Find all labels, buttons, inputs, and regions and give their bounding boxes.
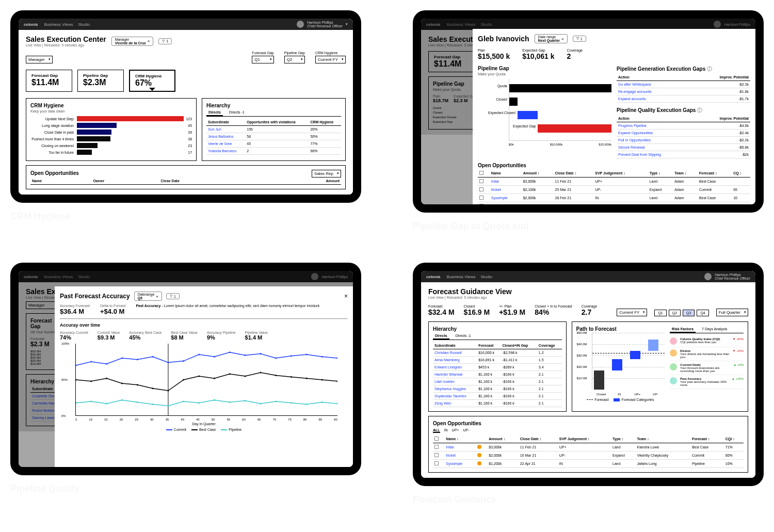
- quarter-button[interactable]: Q4: [697, 310, 708, 316]
- table-row[interactable]: Edward Lindgren$453 k-$289 k3.4: [433, 364, 562, 371]
- close-button[interactable]: ×: [344, 293, 348, 300]
- manager-filter-pill[interactable]: ManagerVicente de la Cruz ×: [111, 37, 154, 46]
- risk-item[interactable]: Celonis Quality Index (CQI)CQI predicts …: [670, 335, 744, 347]
- col-action[interactable]: Action: [617, 74, 688, 81]
- tab-directs[interactable]: Directs: [433, 333, 449, 340]
- checkbox[interactable]: [479, 187, 483, 191]
- open-opps-sort-select[interactable]: Sales Rep: [312, 170, 341, 178]
- table-row[interactable]: Svyatoslav Taushev$1,160 k-$166 k2.1: [433, 393, 562, 400]
- kpi-card[interactable]: CRM Hygiene67%: [129, 70, 175, 92]
- table-row[interactable]: UP Spot$1,890k16 Mar 21UP-LandAdamCommit…: [478, 202, 750, 205]
- quarter-button[interactable]: Q3: [683, 310, 695, 316]
- col-header[interactable]: CQ ↕: [732, 169, 750, 178]
- kpi-card[interactable]: Forecast Gap$11.4M: [26, 70, 72, 92]
- hbar-row[interactable]: Closing on weekend23: [30, 143, 192, 148]
- table-row[interactable]: Go after Whitespace-$2.3k: [617, 81, 750, 88]
- daterange-pill[interactable]: DaterangeQ3×: [134, 292, 162, 301]
- table-row[interactable]: Initar$3,000k11 Feb 21UP+LandKiandra Low…: [433, 443, 744, 452]
- col-header[interactable]: Team ↕: [673, 169, 698, 178]
- full-quarter-select[interactable]: Full Quarter: [716, 309, 748, 316]
- table-row[interactable]: Re-engage accounts-$1.8k: [617, 88, 750, 95]
- nav-business-views[interactable]: Business Views: [44, 22, 73, 27]
- filter-count-pill[interactable]: ▽ 1: [166, 293, 180, 299]
- table-row[interactable]: Pull In Opportunities-$2.2k: [617, 137, 750, 144]
- col-header[interactable]: Amount ↕: [487, 435, 519, 443]
- col-action[interactable]: Action: [617, 115, 696, 122]
- col-close-date[interactable]: Close Date: [159, 178, 262, 185]
- col-header[interactable]: Close Date ↕: [554, 169, 594, 178]
- pipeline-gap-select[interactable]: Q2: [284, 56, 305, 63]
- table-row[interactable]: Syssimple$1,200k22 Apr 21INLandJafaris L…: [433, 460, 744, 468]
- col-header[interactable]: Team ↕: [636, 435, 690, 443]
- tab-7-days[interactable]: 7 Days Analysis: [700, 326, 729, 333]
- table-row[interactable]: tricket$2,000k16 Mar 21UP-ExpandVikentiy…: [433, 452, 744, 460]
- checkbox[interactable]: [434, 445, 439, 449]
- col-header[interactable]: Close Date ↕: [519, 435, 558, 443]
- checkbox[interactable]: [479, 196, 483, 200]
- col-violations[interactable]: Opportunites with violations: [245, 119, 309, 126]
- col-owner[interactable]: Owner: [91, 178, 159, 185]
- risk-item[interactable]: Commit DealsYour Account Executives are …: [670, 361, 744, 375]
- quarter-button[interactable]: Q2: [669, 310, 681, 316]
- tab-risk-factors[interactable]: Risk Factors: [670, 326, 696, 333]
- col-header[interactable]: Coverage: [537, 342, 562, 349]
- waterfall-bar[interactable]: [594, 370, 604, 390]
- col-header[interactable]: CQI ↕: [724, 435, 744, 443]
- waterfall-bar[interactable]: [612, 359, 622, 370]
- hbar-row[interactable]: Too far in future17: [30, 150, 192, 155]
- user-menu[interactable]: Harrison PhillipsChief Revenue Officer: [704, 273, 750, 280]
- hbar-row[interactable]: Long stage duration45: [30, 123, 192, 128]
- col-amount[interactable]: Amount: [262, 178, 341, 185]
- opp-filter[interactable]: IN: [444, 428, 448, 433]
- waterfall-bar[interactable]: [630, 351, 640, 359]
- col-improv[interactable]: Improv. Potential: [696, 115, 750, 122]
- table-row[interactable]: tricket$2,100k25 Mar 21UP-ExpandAdamComm…: [478, 186, 750, 194]
- col-header[interactable]: Subordinate: [433, 342, 477, 349]
- nav-studio[interactable]: Studio: [78, 22, 90, 27]
- col-header[interactable]: Amount ↕: [522, 169, 554, 178]
- tab-directs-1[interactable]: Directs -1: [454, 333, 473, 340]
- col-header[interactable]: [476, 435, 487, 443]
- opp-filter[interactable]: UP+: [452, 428, 459, 433]
- fy-select[interactable]: Current FY: [617, 309, 647, 316]
- checkbox[interactable]: [479, 204, 483, 204]
- col-header[interactable]: Type ↕: [611, 435, 636, 443]
- col-subordinate[interactable]: Subordinate: [206, 119, 245, 126]
- quarter-button[interactable]: Q1: [654, 310, 666, 316]
- role-select[interactable]: Manager: [26, 56, 53, 63]
- info-icon[interactable]: ⓘ: [697, 107, 702, 113]
- table-row[interactable]: Sun Jun15620%: [206, 126, 341, 133]
- hbar-row[interactable]: Pushed more than 4 times38: [30, 136, 192, 141]
- table-row[interactable]: Veerle de Sree4577%: [206, 140, 341, 148]
- table-row[interactable]: Progress Pipeline-$4.0k: [617, 122, 750, 130]
- user-menu[interactable]: Harrison PhillipsChief Revenue Officer ▾: [297, 21, 348, 28]
- table-row[interactable]: Yolanda Barrueco298%: [206, 148, 341, 155]
- crm-hygiene-select[interactable]: Current FY: [315, 56, 346, 63]
- table-row[interactable]: Alma Malmberg$16,891 k-$1,411 k1.5: [433, 357, 562, 364]
- col-header[interactable]: SVP Judgement ↕: [558, 435, 611, 443]
- table-row[interactable]: Stephanus Huggins$1,160 k-$166 k2.1: [433, 385, 562, 393]
- close-icon[interactable]: ×: [148, 39, 150, 43]
- table-row[interactable]: Lilah Ioselev$1,160 k-$166 k2.1: [433, 378, 562, 385]
- info-icon[interactable]: ⓘ: [707, 66, 712, 72]
- opp-filter[interactable]: UP-: [463, 428, 469, 433]
- close-icon[interactable]: ×: [561, 37, 564, 41]
- table-row[interactable]: Secure Renewal-$0.8k: [617, 144, 750, 151]
- col-header[interactable]: Name ↕: [444, 435, 476, 443]
- table-row[interactable]: Jesus Bañuelos5850%: [206, 133, 341, 140]
- risk-item[interactable]: DirectsYour directs are forcasting less …: [670, 347, 744, 361]
- checkbox[interactable]: [434, 453, 439, 457]
- table-row[interactable]: Expand Opportunities-$2.4k: [617, 130, 750, 137]
- daterange-pill[interactable]: Date rangeNext Quarter×: [535, 34, 568, 43]
- col-header[interactable]: Forecast ↕: [698, 169, 732, 178]
- col-header[interactable]: Forecast: [477, 342, 501, 349]
- col-header[interactable]: Forecast ↕: [690, 435, 724, 443]
- nav-studio[interactable]: Studio: [480, 275, 492, 279]
- close-icon[interactable]: ×: [156, 294, 158, 299]
- tab-directs[interactable]: Directs: [206, 109, 223, 116]
- table-row[interactable]: Harinder Bharwal$1,160 k-$166 k2.1: [433, 371, 562, 378]
- table-row[interactable]: Initar$3,000k11 Feb 21UP+LandAdamBest Ca…: [478, 178, 750, 186]
- col-header[interactable]: [478, 169, 490, 178]
- filter-count-pill[interactable]: ▽ 1: [158, 38, 172, 44]
- hbar-row[interactable]: Update Next Step123: [30, 116, 192, 121]
